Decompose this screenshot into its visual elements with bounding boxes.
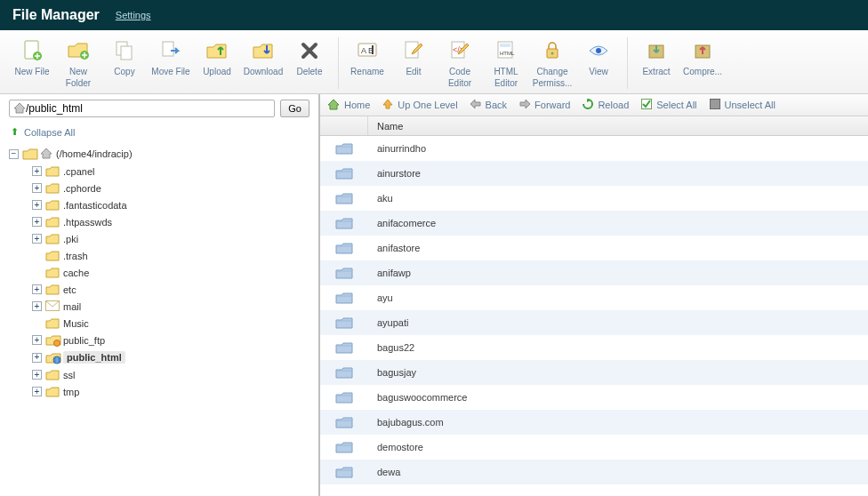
tree-node-cache[interactable]: cache (32, 264, 309, 281)
tree-node-label: public_ftp (63, 335, 105, 346)
nav-forward-button[interactable]: Forward (519, 100, 570, 110)
grid-header-icon-col[interactable] (320, 116, 368, 135)
table-row[interactable]: demostore (320, 435, 868, 460)
tree-node--trash[interactable]: .trash (32, 247, 309, 264)
tree-node--htpasswds[interactable]: +.htpasswds (32, 213, 309, 230)
collapse-box-icon[interactable]: − (9, 149, 19, 159)
folder-globe-icon (45, 352, 60, 364)
tree-node-label: .htpasswds (63, 217, 112, 228)
new-file-button[interactable]: New File (9, 36, 55, 90)
expand-box-icon[interactable]: + (32, 284, 42, 294)
expand-box-icon[interactable]: + (32, 200, 42, 210)
expand-box-icon[interactable]: + (32, 335, 42, 345)
tree-node-public-ftp[interactable]: +public_ftp (32, 332, 309, 348)
change-permissions-icon (539, 37, 566, 64)
row-name: ayupati (368, 317, 408, 328)
tree-node-mail[interactable]: +mail (32, 298, 309, 315)
expand-box-icon[interactable]: + (32, 301, 42, 311)
copy-button[interactable]: Copy (101, 36, 148, 90)
nav-forward-label: Forward (534, 100, 570, 110)
tree-node-ssl[interactable]: +ssl (32, 366, 309, 383)
folder-icon (320, 241, 368, 255)
table-row[interactable]: dewa (320, 460, 868, 484)
delete-button[interactable]: Delete (286, 36, 333, 90)
table-row[interactable]: ayu (320, 285, 868, 310)
folder-icon (320, 141, 368, 156)
path-input[interactable] (26, 102, 270, 115)
table-row[interactable]: anifawp (320, 260, 868, 285)
new-folder-button[interactable]: New Folder (55, 36, 101, 91)
tree-root[interactable]: − (/home4/indracip) (9, 145, 309, 163)
html-editor-button[interactable]: HTMLHTML Editor (483, 36, 529, 91)
path-input-wrap[interactable] (9, 100, 275, 117)
tree-node-Music[interactable]: Music (32, 315, 309, 332)
nav-unselect-all-label: Unselect All (725, 100, 776, 110)
grid-header-name-col[interactable]: Name (368, 121, 403, 132)
table-row[interactable]: ainurrindho (320, 136, 868, 161)
folder-icon (320, 191, 368, 205)
collapse-icon: ⬆ (11, 126, 19, 138)
svg-rect-28 (710, 100, 719, 109)
expand-box-icon[interactable]: + (32, 234, 42, 244)
table-row[interactable]: bagusjay (320, 360, 868, 385)
download-button[interactable]: Download (240, 36, 286, 90)
html-editor-label: HTML Editor (484, 67, 528, 89)
table-row[interactable]: ayupati (320, 310, 868, 335)
tree-node-etc[interactable]: +etc (32, 281, 309, 298)
table-row[interactable]: bagus22 (320, 335, 868, 360)
expand-spacer (32, 318, 42, 328)
extract-button[interactable]: Extract (633, 36, 679, 90)
tree-node-label: ssl (63, 370, 75, 380)
move-file-label: Move File (151, 67, 189, 88)
nav-back-button[interactable]: Back (470, 100, 507, 110)
expand-box-icon[interactable]: + (32, 166, 42, 176)
folder-icon (45, 386, 60, 397)
collapse-all-button[interactable]: ⬆ Collapse All (9, 126, 309, 138)
expand-box-icon[interactable]: + (32, 370, 42, 380)
table-row[interactable]: anifastore (320, 236, 868, 260)
delete-icon (296, 37, 323, 64)
svg-marker-20 (14, 103, 25, 113)
copy-icon (111, 37, 138, 64)
upload-button[interactable]: Upload (194, 36, 240, 90)
tree-node-label: .trash (63, 251, 88, 261)
nav-home-button[interactable]: Home (327, 99, 370, 111)
content-navbar: Home Up One Level Back Forward Reload Se… (320, 94, 868, 116)
folder-icon (45, 165, 60, 177)
up-arrow-icon (382, 99, 393, 111)
nav-select-all-button[interactable]: Select All (641, 99, 696, 111)
table-row[interactable]: baguswoocommerce (320, 385, 868, 410)
nav-up-button[interactable]: Up One Level (382, 99, 457, 111)
change-permissions-button[interactable]: Change Permiss... (529, 36, 575, 91)
tree-node-public-html[interactable]: +public_html (32, 348, 309, 366)
go-button[interactable]: Go (280, 100, 309, 117)
view-button[interactable]: View (575, 36, 622, 90)
tree-node-tmp[interactable]: +tmp (32, 383, 309, 400)
expand-box-icon[interactable]: + (32, 353, 42, 363)
nav-reload-button[interactable]: Reload (583, 99, 629, 111)
tree-node--cphorde[interactable]: +.cphorde (32, 180, 309, 196)
expand-box-icon[interactable]: + (32, 217, 42, 227)
expand-box-icon[interactable]: + (32, 387, 42, 396)
edit-label: Edit (406, 67, 421, 88)
table-row[interactable]: aku (320, 186, 868, 211)
tree-node--fantasticodata[interactable]: +.fantasticodata (32, 196, 309, 213)
move-file-button[interactable]: Move File (148, 36, 194, 90)
table-row[interactable]: anifacomerce (320, 211, 868, 236)
rename-button[interactable]: A BRename (344, 36, 390, 90)
compress-button[interactable]: Compre... (679, 36, 726, 90)
row-name: bagusjay (368, 367, 416, 378)
edit-button[interactable]: Edit (390, 36, 437, 90)
nav-unselect-all-button[interactable]: Unselect All (710, 99, 776, 111)
expand-box-icon[interactable]: + (32, 183, 42, 193)
tree-node--cpanel[interactable]: +.cpanel (32, 163, 309, 180)
code-editor-button[interactable]: </>Code Editor (437, 36, 483, 91)
extract-icon (643, 37, 670, 64)
table-row[interactable]: bajubagus.com (320, 410, 868, 435)
tree-node--pki[interactable]: +.pki (32, 230, 309, 247)
grid-body[interactable]: ainurrindhoainurstoreakuanifacomerceanif… (320, 136, 868, 496)
back-arrow-icon (470, 100, 481, 110)
table-row[interactable]: ainurstore (320, 161, 868, 186)
tree-node-label: tmp (63, 387, 79, 397)
settings-link[interactable]: Settings (116, 10, 151, 20)
